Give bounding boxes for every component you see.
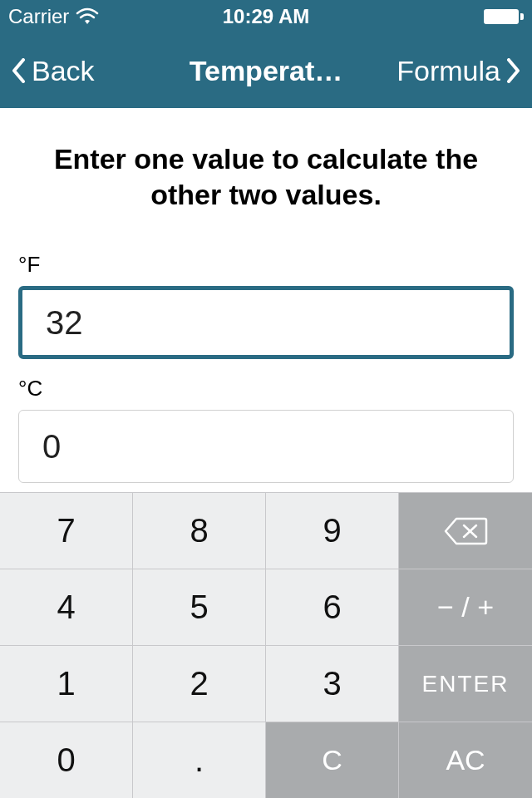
celsius-label: °C	[18, 376, 514, 401]
celsius-block: °C	[18, 376, 514, 483]
status-left: Carrier	[8, 5, 99, 28]
instruction-text: Enter one value to calculate the other t…	[18, 141, 514, 212]
page-title: Temperat…	[190, 55, 343, 87]
fahrenheit-block: °F	[18, 252, 514, 359]
wifi-icon	[76, 7, 99, 26]
key-4[interactable]: 4	[0, 569, 133, 645]
key-8[interactable]: 8	[133, 492, 266, 569]
key-clear[interactable]: C	[266, 722, 399, 798]
back-button[interactable]: Back	[12, 55, 95, 87]
battery-icon	[484, 9, 524, 24]
back-label: Back	[32, 55, 95, 87]
key-6[interactable]: 6	[266, 569, 399, 645]
key-5[interactable]: 5	[133, 569, 266, 645]
key-dot[interactable]: .	[133, 722, 266, 798]
carrier-label: Carrier	[8, 5, 69, 28]
status-bar: Carrier 10:29 AM	[0, 0, 532, 33]
key-9[interactable]: 9	[266, 492, 399, 569]
fahrenheit-label: °F	[18, 252, 514, 278]
key-3[interactable]: 3	[266, 645, 399, 722]
keypad: 7 8 9 4 5 6 − / + 1 2 3 ENTER 0 . C AC	[0, 492, 532, 798]
key-1[interactable]: 1	[0, 645, 133, 722]
time-label: 10:29 AM	[223, 5, 309, 28]
key-enter[interactable]: ENTER	[399, 645, 532, 722]
fahrenheit-input[interactable]	[18, 286, 514, 359]
chevron-left-icon	[12, 58, 27, 83]
celsius-input[interactable]	[18, 410, 514, 483]
formula-button[interactable]: Formula	[397, 55, 520, 87]
content-area: Enter one value to calculate the other t…	[0, 108, 532, 483]
key-2[interactable]: 2	[133, 645, 266, 722]
key-backspace[interactable]	[399, 492, 532, 569]
key-sign-toggle[interactable]: − / +	[399, 569, 532, 645]
key-0[interactable]: 0	[0, 722, 133, 798]
nav-bar: Back Temperat… Formula	[0, 33, 532, 108]
key-all-clear[interactable]: AC	[399, 722, 532, 798]
formula-label: Formula	[397, 55, 500, 87]
chevron-right-icon	[505, 58, 520, 83]
backspace-icon	[443, 516, 488, 546]
key-7[interactable]: 7	[0, 492, 133, 569]
